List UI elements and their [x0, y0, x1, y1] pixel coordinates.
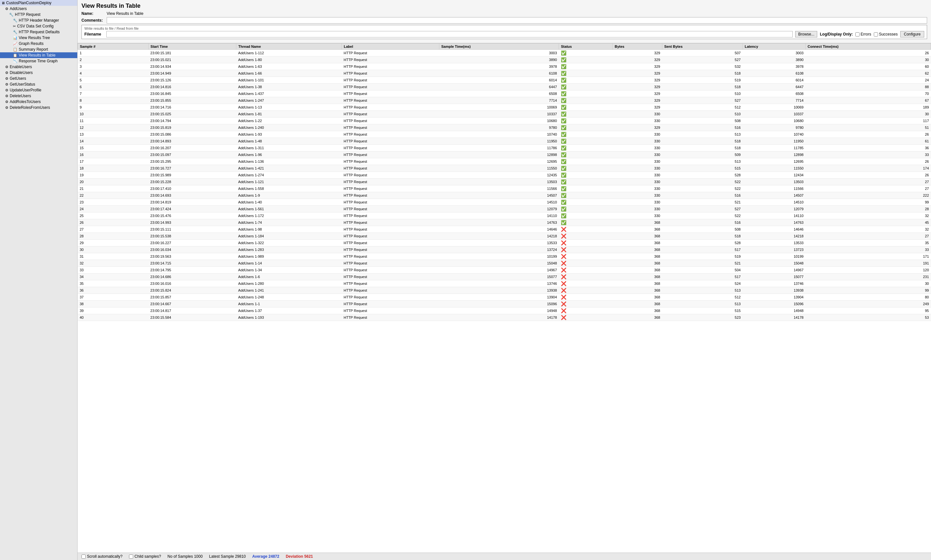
table-row[interactable]: 123:00:15.181AddUsers 1-112HTTP Request3…: [78, 50, 931, 57]
sidebar-item-viewresultstree[interactable]: 📊View Results Tree: [0, 35, 77, 41]
table-row[interactable]: 3523:00:16.016AddUsers 1-280HTTP Request…: [78, 280, 931, 287]
status-ok-icon: ✅: [561, 220, 567, 225]
filename-input[interactable]: [107, 31, 793, 37]
cell-1: 23:00:15.857: [148, 294, 236, 301]
sidebar-item-enableusers[interactable]: ⚙EnableUsers: [0, 64, 77, 70]
sidebar-item-httpheadermanager[interactable]: 🔧HTTP Header Manager: [0, 17, 77, 23]
browse-button[interactable]: Browse...: [795, 31, 817, 37]
col-header-label[interactable]: Label: [342, 44, 439, 50]
table-row[interactable]: 1323:00:15.086AddUsers 1-93HTTP Request1…: [78, 131, 931, 138]
sidebar-icon-updateuserprofile: ⚙: [5, 88, 8, 92]
table-row[interactable]: 323:00:14.934AddUsers 1-63HTTP Request39…: [78, 63, 931, 70]
table-row[interactable]: 2023:00:15.228AddUsers 1-121HTTP Request…: [78, 178, 931, 185]
scroll-auto-checkbox[interactable]: [82, 554, 86, 559]
table-row[interactable]: 4023:00:15.584AddUsers 1-193HTTP Request…: [78, 314, 931, 321]
table-row[interactable]: 3023:00:16.034AddUsers 1-283HTTP Request…: [78, 246, 931, 253]
table-row[interactable]: 1923:00:15.989AddUsers 1-274HTTP Request…: [78, 172, 931, 178]
child-samples-checkbox[interactable]: [129, 554, 133, 559]
table-row[interactable]: 1623:00:15.097AddUsers 1-96HTTP Request1…: [78, 151, 931, 158]
cell-5: ❌: [559, 294, 613, 301]
cell-8: 11550: [743, 165, 806, 172]
sidebar-item-disableusers[interactable]: ⚙DisableUsers: [0, 70, 77, 75]
table-row[interactable]: 1023:00:15.025AddUsers 1-81HTTP Request1…: [78, 111, 931, 118]
table-row[interactable]: 1523:00:16.207AddUsers 1-311HTTP Request…: [78, 145, 931, 151]
table-row[interactable]: 3723:00:15.857AddUsers 1-248HTTP Request…: [78, 294, 931, 301]
errors-checkbox-label[interactable]: Errors: [855, 32, 871, 37]
table-row[interactable]: 2523:00:15.476AddUsers 1-172HTTP Request…: [78, 212, 931, 219]
col-header-sent-bytes[interactable]: Sent Bytes: [662, 44, 743, 50]
col-header-latency[interactable]: Latency: [743, 44, 806, 50]
table-row[interactable]: 523:00:15.126AddUsers 1-101HTTP Request6…: [78, 77, 931, 84]
errors-checkbox[interactable]: [855, 32, 860, 37]
cell-6: 329: [613, 104, 662, 111]
col-header-thread-name[interactable]: Thread Name: [236, 44, 342, 50]
col-header-sample--[interactable]: Sample #: [78, 44, 149, 50]
table-row[interactable]: 2123:00:17.410AddUsers 1-558HTTP Request…: [78, 185, 931, 192]
table-row[interactable]: 1823:00:16.727AddUsers 1-421HTTP Request…: [78, 165, 931, 172]
child-samples-label[interactable]: Child samples?: [129, 554, 161, 559]
comments-input[interactable]: [107, 17, 927, 23]
sidebar-item-csvdatasetconfig[interactable]: ✂CSV Data Set Config: [0, 23, 77, 29]
table-row[interactable]: 223:00:15.021AddUsers 1-80HTTP Request38…: [78, 57, 931, 63]
table-row[interactable]: 2923:00:16.227AddUsers 1-322HTTP Request…: [78, 240, 931, 246]
table-row[interactable]: 3423:00:14.686AddUsers 1-6HTTP Request15…: [78, 274, 931, 280]
cell-5: ✅: [559, 178, 613, 185]
cell-4: 6447: [439, 84, 559, 91]
cell-5: ❌: [559, 287, 613, 294]
table-row[interactable]: 423:00:14.949AddUsers 1-66HTTP Request61…: [78, 70, 931, 77]
cell-2: AddUsers 1-80: [236, 57, 342, 63]
table-row[interactable]: 823:00:15.855AddUsers 1-247HTTP Request7…: [78, 97, 931, 104]
sidebar-item-addusers[interactable]: ⚙AddUsers: [0, 6, 77, 12]
scroll-auto-text: Scroll automatically?: [87, 554, 122, 559]
table-row[interactable]: 3923:00:14.817AddUsers 1-37HTTP Request1…: [78, 308, 931, 314]
cell-8: 10740: [743, 131, 806, 138]
cell-1: 23:00:15.126: [148, 77, 236, 84]
table-row[interactable]: 3323:00:14.795AddUsers 1-34HTTP Request1…: [78, 267, 931, 274]
sidebar-item-deleteusers[interactable]: ⚙DeleteUsers: [0, 93, 77, 99]
cell-4: 14967: [439, 267, 559, 274]
results-table-area[interactable]: Sample #Start TimeThread NameLabelSample…: [77, 43, 931, 552]
sidebar-item-responsetimegraph[interactable]: 📉Response Time Graph: [0, 58, 77, 64]
table-row[interactable]: 2323:00:14.819AddUsers 1-40HTTP Request1…: [78, 199, 931, 206]
table-row[interactable]: 3123:00:19.563AddUsers 1-989HTTP Request…: [78, 253, 931, 260]
table-row[interactable]: 2423:00:17.424AddUsers 1-561HTTP Request…: [78, 206, 931, 212]
cell-6: 330: [613, 206, 662, 212]
table-row[interactable]: 2623:00:14.993AddUsers 1-74HTTP Request1…: [78, 219, 931, 226]
sidebar-item-updateuserprofile[interactable]: ⚙UpdateUserProfile: [0, 87, 77, 93]
table-row[interactable]: 923:00:14.716AddUsers 1-13HTTP Request10…: [78, 104, 931, 111]
table-row[interactable]: 1423:00:14.893AddUsers 1-48HTTP Request1…: [78, 138, 931, 145]
successes-checkbox-label[interactable]: Successes: [874, 32, 898, 37]
sidebar-item-graphresults[interactable]: 📈Graph Results: [0, 41, 77, 46]
table-row[interactable]: 723:00:16.845AddUsers 1-437HTTP Request6…: [78, 91, 931, 97]
table-row[interactable]: 3823:00:14.667AddUsers 1-1HTTP Request15…: [78, 301, 931, 308]
table-row[interactable]: 2723:00:15.111AddUsers 1-98HTTP Request1…: [78, 226, 931, 233]
sidebar-item-getuserstatus[interactable]: ⚙GetUserStatus: [0, 82, 77, 87]
successes-checkbox[interactable]: [874, 32, 878, 37]
table-row[interactable]: 3223:00:14.715AddUsers 1-14HTTP Request1…: [78, 260, 931, 267]
table-row[interactable]: 1223:00:15.819AddUsers 1-240HTTP Request…: [78, 124, 931, 131]
table-row[interactable]: 623:00:14.816AddUsers 1-38HTTP Request64…: [78, 84, 931, 91]
configure-button[interactable]: Configure: [900, 31, 924, 37]
table-row[interactable]: 2823:00:15.538AddUsers 1-184HTTP Request…: [78, 233, 931, 240]
sidebar-item-httprequest[interactable]: 🔧HTTP Request: [0, 12, 77, 17]
table-row[interactable]: 3623:00:15.824AddUsers 1-241HTTP Request…: [78, 287, 931, 294]
sidebar-item-httprequestdefaults[interactable]: 🔧HTTP Request Defaults: [0, 29, 77, 35]
sidebar-item-getusers[interactable]: ⚙GetUsers: [0, 75, 77, 82]
col-header-connect-time-ms-[interactable]: Connect Time(ms): [806, 44, 931, 50]
table-row[interactable]: 1123:00:14.794AddUsers 1-22HTTP Request1…: [78, 118, 931, 124]
col-header-start-time[interactable]: Start Time: [148, 44, 236, 50]
col-header-sample-time-ms-[interactable]: Sample Time(ms): [439, 44, 559, 50]
col-header-status[interactable]: Status: [559, 44, 613, 50]
scroll-auto-label[interactable]: Scroll automatically?: [82, 554, 122, 559]
sidebar-item-custosplancustomdeploy[interactable]: 🖥CustosPlanCustomDeploy: [0, 0, 77, 6]
sidebar-item-viewresultsintable[interactable]: 📋View Results in Table: [0, 52, 77, 58]
table-row[interactable]: 2223:00:14.693AddUsers 1-9HTTP Request14…: [78, 192, 931, 199]
sidebar-item-deleterolestousers[interactable]: ⚙DeleteRolesFromUsers: [0, 105, 77, 111]
cell-7: 528: [662, 240, 743, 246]
sidebar-item-summaryreport[interactable]: 📋Summary Report: [0, 46, 77, 52]
no-of-samples-stat: No of Samples 1000: [167, 554, 203, 559]
col-header-bytes[interactable]: Bytes: [613, 44, 662, 50]
sidebar-item-addrolestousers[interactable]: ⚙AddRolesToUsers: [0, 99, 77, 105]
sidebar-label-graphresults: Graph Results: [19, 42, 44, 46]
table-row[interactable]: 1723:00:15.295AddUsers 1-136HTTP Request…: [78, 158, 931, 165]
